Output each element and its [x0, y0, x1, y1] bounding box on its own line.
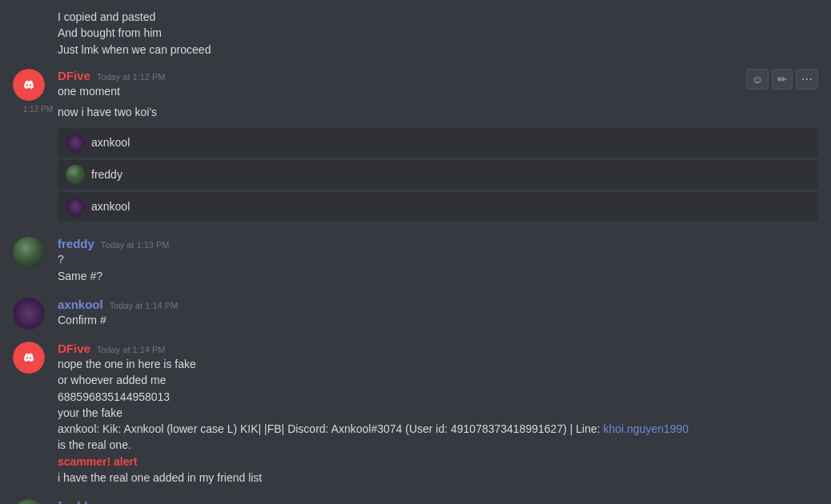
message-line: Just lmk when we can proceed: [58, 42, 818, 58]
username[interactable]: DFive: [58, 342, 90, 355]
message-line: is the real one.: [58, 438, 818, 453]
message-line: Same #?: [58, 269, 818, 284]
message-content: Confirm #: [58, 313, 818, 328]
username-row: freddy Today at 1:14 PM: [58, 499, 818, 504]
avatar: [13, 237, 45, 269]
user-mention-block: axnkool: [58, 192, 818, 221]
avatar-circle: [13, 298, 45, 330]
message-line: Confirm #: [58, 313, 818, 328]
scammer-alert: scammer! alert: [58, 454, 818, 470]
timestamp-left: 1:12 PM: [13, 105, 53, 114]
message-line: or whoever added me: [58, 373, 818, 388]
user-mention-name: axnkool: [91, 200, 130, 213]
timestamp: Today at 1:12 PM: [97, 72, 166, 82]
user-mention-block: freddy: [58, 160, 818, 189]
mini-avatar-circle: [66, 165, 85, 184]
timestamp: Today at 1:13 PM: [101, 240, 170, 250]
username-row: DFive Today at 1:14 PM: [58, 342, 818, 355]
message-group: DFive Today at 1:12 PM one moment ☺ ✏ ⋯: [0, 66, 831, 103]
message-content: nope the one in here is fake or whoever …: [58, 357, 818, 486]
message-line: And bought from him: [58, 26, 818, 41]
chat-container: I copied and pasted And bought from him …: [0, 0, 831, 504]
message-line: axnkool: Kik: Axnkool (lower case L) KIK…: [58, 422, 818, 437]
mini-avatar-circle: [66, 133, 85, 152]
message-line: i have the real one added in my friend l…: [58, 470, 818, 486]
message-line: nope the one in here is fake: [58, 357, 818, 372]
mini-avatar: [66, 165, 85, 184]
username[interactable]: freddy: [58, 237, 94, 250]
user-list: axnkool freddy axnkool: [0, 122, 831, 227]
timestamp: Today at 1:14 PM: [97, 345, 166, 354]
avatar-circle: [13, 499, 45, 504]
avatar: [13, 499, 45, 504]
mini-avatar-circle: [66, 197, 85, 216]
message-line: one moment: [58, 84, 818, 99]
user-mention-name: axnkool: [91, 136, 130, 149]
avatar: [13, 69, 45, 101]
username[interactable]: freddy: [58, 499, 94, 504]
avatar-circle: [13, 69, 45, 101]
message-group: freddy Today at 1:14 PM Then I'm not usi…: [0, 496, 831, 504]
message-content: now i have two koi's: [58, 105, 818, 120]
message-line: I copied and pasted: [58, 10, 818, 25]
discord-logo-icon: [18, 74, 40, 96]
user-mention-name: freddy: [91, 168, 122, 181]
message-line: your the fake: [58, 406, 818, 421]
avatar-circle: [13, 342, 45, 374]
username-row: axnkool Today at 1:14 PM: [58, 298, 818, 311]
mini-avatar: [66, 133, 85, 152]
username[interactable]: DFive: [58, 69, 90, 82]
avatar: [13, 342, 45, 374]
message-content: I copied and pasted And bought from him …: [58, 10, 818, 58]
avatar-circle: [13, 237, 45, 269]
more-button[interactable]: ⋯: [796, 69, 818, 90]
mini-avatar: [66, 197, 85, 216]
user-mention-block: axnkool: [58, 128, 818, 157]
username-row: freddy Today at 1:13 PM: [58, 237, 818, 250]
message-group: axnkool Today at 1:14 PM Confirm #: [0, 294, 831, 332]
edit-button[interactable]: ✏: [772, 69, 793, 90]
username[interactable]: axnkool: [58, 298, 103, 311]
message-group: I copied and pasted And bought from him …: [0, 8, 831, 59]
message-content: one moment: [58, 84, 818, 99]
message-group: freddy Today at 1:13 PM ? Same #?: [0, 234, 831, 288]
username-row: DFive Today at 1:12 PM: [58, 69, 818, 82]
hover-actions: ☺ ✏ ⋯: [746, 69, 818, 90]
react-button[interactable]: ☺: [746, 69, 769, 90]
timestamp: Today at 1:14 PM: [110, 301, 179, 310]
link-text[interactable]: khoi.nguyen1990: [604, 422, 689, 435]
avatar: [13, 298, 45, 330]
message-group: 1:12 PM now i have two koi's: [0, 103, 831, 122]
discord-logo-icon: [18, 346, 40, 369]
message-content: ? Same #?: [58, 252, 818, 284]
message-group: DFive Today at 1:14 PM nope the one in h…: [0, 338, 831, 490]
message-line: now i have two koi's: [58, 105, 818, 120]
message-line: 688596835144958013: [58, 390, 818, 405]
message-line: ?: [58, 252, 818, 267]
